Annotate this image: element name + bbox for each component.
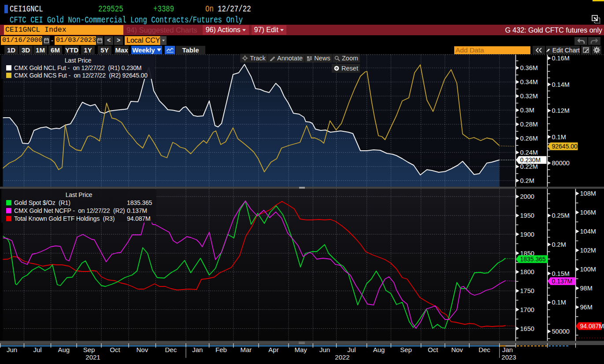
svg-text:0.26M: 0.26M xyxy=(520,135,538,142)
svg-text:1900: 1900 xyxy=(520,231,534,238)
svg-text:Dec: Dec xyxy=(165,346,177,353)
svg-text:Apr: Apr xyxy=(268,346,278,353)
svg-text:1800: 1800 xyxy=(520,268,534,275)
svg-text:108M: 108M xyxy=(580,190,596,197)
svg-text:2023: 2023 xyxy=(501,353,516,361)
svg-text:106M: 106M xyxy=(580,209,596,216)
svg-text:Jun: Jun xyxy=(7,346,17,353)
svg-text:98M: 98M xyxy=(580,285,593,292)
svg-text:1750: 1750 xyxy=(520,287,534,294)
svg-text:Jan: Jan xyxy=(502,346,513,353)
svg-text:Aug: Aug xyxy=(373,346,385,353)
svg-text:0.2M: 0.2M xyxy=(552,241,566,248)
svg-text:0.2M: 0.2M xyxy=(520,177,534,184)
svg-text:0.28M: 0.28M xyxy=(520,121,538,128)
svg-text:Aug: Aug xyxy=(58,346,70,353)
svg-text:0.1M: 0.1M xyxy=(552,299,566,306)
svg-text:Nov: Nov xyxy=(136,346,148,353)
svg-text:0.32M: 0.32M xyxy=(520,93,538,100)
svg-text:0.137M: 0.137M xyxy=(552,278,573,285)
svg-text:Mar: Mar xyxy=(240,346,252,353)
svg-text:Oct: Oct xyxy=(110,346,120,353)
svg-text:102M: 102M xyxy=(580,247,596,254)
svg-text:0.16M: 0.16M xyxy=(552,55,570,62)
svg-text:Sep: Sep xyxy=(400,346,412,353)
svg-text:2000: 2000 xyxy=(520,193,534,200)
svg-text:Jun: Jun xyxy=(319,346,330,353)
svg-text:100M: 100M xyxy=(580,266,596,273)
svg-text:94.087M: 94.087M xyxy=(580,323,604,330)
svg-text:0.24M: 0.24M xyxy=(520,149,538,156)
svg-text:0.34M: 0.34M xyxy=(520,78,538,85)
svg-text:2021: 2021 xyxy=(85,353,100,361)
svg-text:Jul: Jul xyxy=(33,346,41,353)
svg-text:0.22M: 0.22M xyxy=(520,163,538,170)
svg-text:May: May xyxy=(295,346,308,353)
svg-text:Nov: Nov xyxy=(451,346,463,353)
svg-text:50000: 50000 xyxy=(552,328,570,335)
svg-text:104M: 104M xyxy=(580,228,596,235)
svg-text:1650: 1650 xyxy=(520,325,534,332)
svg-text:92645.00: 92645.00 xyxy=(552,143,578,150)
svg-text:0.36M: 0.36M xyxy=(520,64,538,71)
svg-text:Dec: Dec xyxy=(478,346,490,353)
svg-text:0.3M: 0.3M xyxy=(520,107,534,114)
svg-text:0.15M: 0.15M xyxy=(552,270,570,277)
svg-text:Feb: Feb xyxy=(215,346,227,353)
svg-text:Oct: Oct xyxy=(428,346,438,353)
svg-text:0.25M: 0.25M xyxy=(552,212,570,219)
svg-text:Jan: Jan xyxy=(192,346,203,353)
svg-text:0.12M: 0.12M xyxy=(552,107,570,114)
svg-text:0.14M: 0.14M xyxy=(552,81,570,88)
svg-text:96M: 96M xyxy=(580,304,593,311)
svg-text:1950: 1950 xyxy=(520,212,534,219)
svg-text:1700: 1700 xyxy=(520,306,534,313)
svg-text:Jul: Jul xyxy=(347,346,356,353)
svg-text:1835.365: 1835.365 xyxy=(520,256,546,263)
svg-text:0.1M: 0.1M xyxy=(552,134,566,141)
svg-text:Sep: Sep xyxy=(83,346,95,353)
svg-text:2022: 2022 xyxy=(335,353,349,361)
svg-text:80000: 80000 xyxy=(552,160,570,167)
svg-text:0.230M: 0.230M xyxy=(520,156,541,163)
